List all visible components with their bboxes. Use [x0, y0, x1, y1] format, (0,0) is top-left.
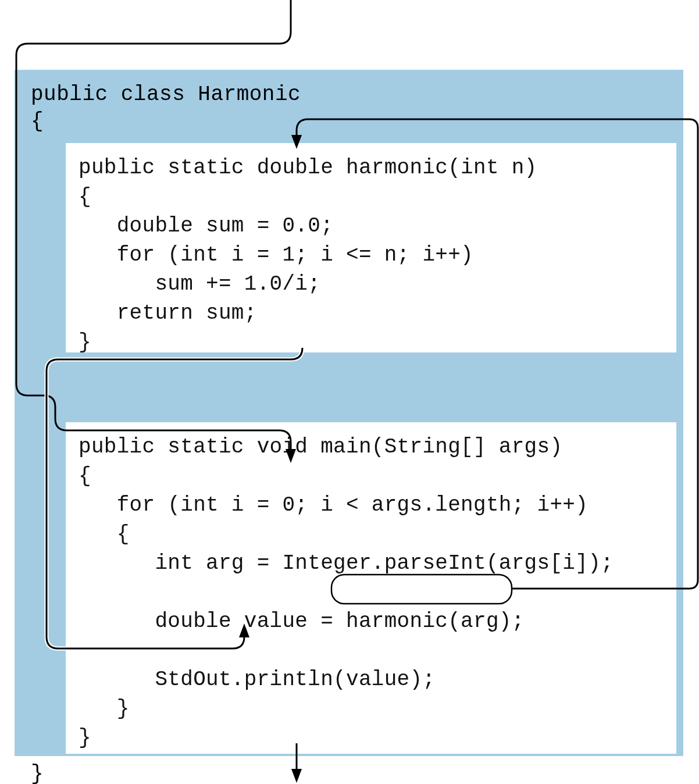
- harmonic-sig: public static double harmonic(int n): [79, 156, 537, 180]
- main-method-box: public static void main(String[] args) {…: [66, 422, 676, 754]
- harmonic-l4: return sum;: [79, 301, 257, 325]
- class-open-brace: {: [31, 109, 44, 133]
- class-decl-text: public class Harmonic: [31, 83, 301, 106]
- main-close: }: [79, 726, 91, 750]
- class-block: public class Harmonic { public static do…: [15, 70, 683, 756]
- code-diagram: public class Harmonic { public static do…: [15, 70, 683, 756]
- class-close-brace: }: [31, 761, 667, 784]
- harmonic-method-box: public static double harmonic(int n) { d…: [66, 143, 676, 352]
- main-sig: public static void main(String[] args): [79, 435, 562, 459]
- harmonic-l3: sum += 1.0/i;: [79, 272, 320, 296]
- class-declaration: public class Harmonic {: [31, 81, 667, 135]
- main-l2: {: [79, 522, 130, 546]
- main-open: {: [79, 464, 91, 488]
- main-l3: int arg = Integer.parseInt(args[i]);: [79, 551, 614, 575]
- main-l4a: double value =: [79, 610, 346, 633]
- main-l6: }: [79, 697, 130, 721]
- main-l4b: harmonic(arg);: [346, 610, 525, 633]
- main-l5: StdOut.println(value);: [79, 668, 435, 692]
- harmonic-l1: double sum = 0.0;: [79, 214, 333, 238]
- harmonic-l2: for (int i = 1; i <= n; i++): [79, 243, 473, 267]
- harmonic-close: }: [79, 330, 91, 354]
- harmonic-open: {: [79, 185, 91, 209]
- main-l1: for (int i = 0; i < args.length; i++): [79, 493, 588, 517]
